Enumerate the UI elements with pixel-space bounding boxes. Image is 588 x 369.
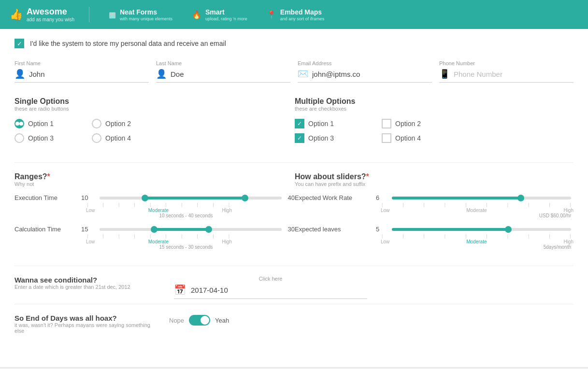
checkbox-sq-4[interactable] bbox=[382, 133, 391, 143]
single-options-subtitle: these are radio buttons bbox=[14, 106, 295, 112]
work-rate-slider: Expected Work Rate 6 |||||||||| Low Mode… bbox=[295, 194, 574, 218]
email-input-wrap: ✉️ bbox=[298, 69, 432, 83]
last-name-input[interactable] bbox=[171, 70, 290, 78]
checkbox-sq-2[interactable] bbox=[382, 119, 391, 128]
work-rate-fill bbox=[392, 197, 521, 199]
work-rate-row: Expected Work Rate 6 bbox=[295, 194, 574, 201]
work-rate-high: High bbox=[563, 208, 574, 213]
single-options-row-2: Option 3 Option 4 bbox=[14, 133, 295, 143]
calculation-max: 30 bbox=[288, 226, 295, 233]
ranges-left: Ranges?* Why not Execution Time 10 40 ||… bbox=[14, 172, 295, 254]
calculation-thumb-left[interactable] bbox=[151, 226, 158, 233]
sliders-title: How about sliders?* bbox=[295, 172, 574, 181]
execution-thumb-left[interactable] bbox=[142, 195, 148, 201]
leaves-high: High bbox=[563, 239, 574, 244]
ranges-section: Ranges?* Why not Execution Time 10 40 ||… bbox=[14, 172, 574, 254]
person-icon: 👤 bbox=[14, 69, 25, 79]
checkbox-sq-3[interactable]: ✓ bbox=[295, 133, 304, 143]
checkbox-sq-1[interactable]: ✓ bbox=[295, 119, 304, 128]
first-name-input-wrap: 👤 bbox=[14, 69, 149, 83]
phone-icon: 📱 bbox=[439, 69, 450, 79]
phone-label: Phone Number bbox=[439, 60, 574, 66]
calendar-icon[interactable]: 📅 bbox=[174, 284, 186, 296]
toggle-yeah-label: Yeah bbox=[215, 317, 229, 324]
first-name-label: First Name bbox=[14, 60, 149, 66]
main-content: ✓ I'd like the system to store my person… bbox=[0, 29, 588, 367]
toggle-subtitle: it was, wasn't it? Perhaps mayans were s… bbox=[14, 322, 159, 334]
conditional-title: Wanna see conditional? bbox=[14, 276, 159, 284]
personal-info-row: First Name 👤 Last Name 👤 Email Address ✉… bbox=[14, 60, 574, 83]
calculation-track[interactable] bbox=[100, 228, 282, 231]
radio-label-2: Option 2 bbox=[105, 120, 131, 128]
execution-min: 10 bbox=[81, 194, 93, 201]
consent-checkbox[interactable]: ✓ bbox=[14, 39, 24, 48]
execution-high: High bbox=[222, 208, 232, 213]
calculation-ticks: |||||||||| bbox=[14, 234, 295, 239]
work-rate-track[interactable] bbox=[392, 197, 571, 199]
leaves-slider: Expected leaves 5 |||||||||| Low Moderat… bbox=[295, 226, 574, 250]
first-name-input[interactable] bbox=[29, 70, 149, 78]
email-icon: ✉️ bbox=[298, 69, 308, 79]
leaves-labels: Low Moderate High bbox=[295, 239, 574, 244]
nav-item-neat-forms[interactable]: ▦ Neat Forms with many unique elements bbox=[109, 8, 172, 21]
email-field: Email Address ✉️ bbox=[298, 60, 439, 83]
sliders-section: How about sliders?* You can have prefix … bbox=[295, 172, 574, 254]
execution-range: Execution Time 10 40 |||||||||| Low Mode… bbox=[14, 194, 295, 218]
nav-neat-forms-sub: with many unique elements bbox=[120, 16, 172, 21]
execution-thumb-right[interactable] bbox=[242, 195, 248, 201]
execution-fill bbox=[145, 197, 245, 199]
consent-text: I'd like the system to store my personal… bbox=[30, 40, 226, 47]
execution-caption: 10 seconds - 40 seconds bbox=[14, 213, 295, 218]
execution-track[interactable] bbox=[100, 197, 282, 199]
work-rate-low: Low bbox=[381, 208, 389, 213]
first-name-field: First Name 👤 bbox=[14, 60, 156, 83]
ranges-title: Ranges?* bbox=[14, 172, 295, 181]
toggle-text: So End of Days was all hoax? it was, was… bbox=[14, 314, 159, 334]
checkbox-option-3[interactable]: ✓ Option 3 bbox=[295, 133, 367, 143]
phone-input[interactable] bbox=[454, 70, 574, 78]
brand-sub: add as many you wish bbox=[27, 17, 74, 22]
radio-option-3[interactable]: Option 3 bbox=[14, 133, 77, 143]
calculation-range-row: Calculation Time 15 30 bbox=[14, 226, 295, 233]
email-input[interactable] bbox=[312, 70, 432, 78]
execution-label: Execution Time bbox=[14, 194, 77, 201]
phone-field: Phone Number 📱 bbox=[439, 60, 574, 83]
brand: 👍 Awesome add as many you wish bbox=[10, 7, 89, 22]
leaves-ticks: |||||||||| bbox=[295, 234, 574, 239]
work-rate-label: Expected Work Rate bbox=[295, 194, 372, 201]
leaves-thumb[interactable] bbox=[505, 226, 512, 233]
radio-label-1: Option 1 bbox=[28, 120, 54, 128]
radio-circle-2[interactable] bbox=[92, 119, 101, 128]
calculation-moderate: Moderate bbox=[148, 239, 169, 244]
work-rate-value: 6 bbox=[376, 194, 386, 201]
calculation-thumb-right[interactable] bbox=[205, 226, 212, 233]
multiple-options-subtitle: these are checkboxes bbox=[295, 106, 574, 112]
work-rate-caption: USD $60.00/hr bbox=[295, 213, 574, 218]
checkbox-option-1[interactable]: ✓ Option 1 bbox=[295, 119, 367, 128]
date-input-row: 📅 2017-04-10 bbox=[174, 284, 367, 299]
radio-dot-1 bbox=[15, 122, 19, 126]
radio-circle-4[interactable] bbox=[92, 133, 101, 143]
calculation-range-labels: Low Moderate High bbox=[14, 239, 295, 244]
calculation-label: Calculation Time bbox=[14, 226, 77, 233]
radio-circle-3[interactable] bbox=[14, 133, 24, 143]
execution-max: 40 bbox=[288, 194, 295, 201]
work-rate-thumb[interactable] bbox=[517, 195, 524, 201]
nav-item-embed-maps[interactable]: 📍 Embed Maps and any sort of iframes bbox=[267, 8, 325, 21]
checkbox-option-2[interactable]: Option 2 bbox=[382, 119, 454, 128]
leaves-track[interactable] bbox=[392, 228, 571, 231]
toggle-switch[interactable] bbox=[189, 315, 210, 326]
nav-item-smart[interactable]: 🔥 Smart upload, rating 'n more bbox=[192, 8, 247, 21]
conditional-section: Wanna see conditional? Enter a date whic… bbox=[14, 276, 574, 304]
radio-circle-1[interactable] bbox=[14, 119, 24, 128]
consent-row: ✓ I'd like the system to store my person… bbox=[14, 39, 574, 48]
checkbox-option-4[interactable]: Option 4 bbox=[382, 133, 454, 143]
radio-option-1[interactable]: Option 1 bbox=[14, 119, 77, 128]
checkbox-label-1: Option 1 bbox=[308, 120, 334, 128]
email-label: Email Address bbox=[298, 60, 432, 66]
calculation-caption: 15 seconds - 30 seconds bbox=[14, 244, 295, 250]
radio-option-2[interactable]: Option 2 bbox=[92, 119, 155, 128]
checkbox-label-2: Option 2 bbox=[395, 120, 421, 128]
radio-option-4[interactable]: Option 4 bbox=[92, 133, 155, 143]
date-value[interactable]: 2017-04-10 bbox=[191, 286, 228, 294]
